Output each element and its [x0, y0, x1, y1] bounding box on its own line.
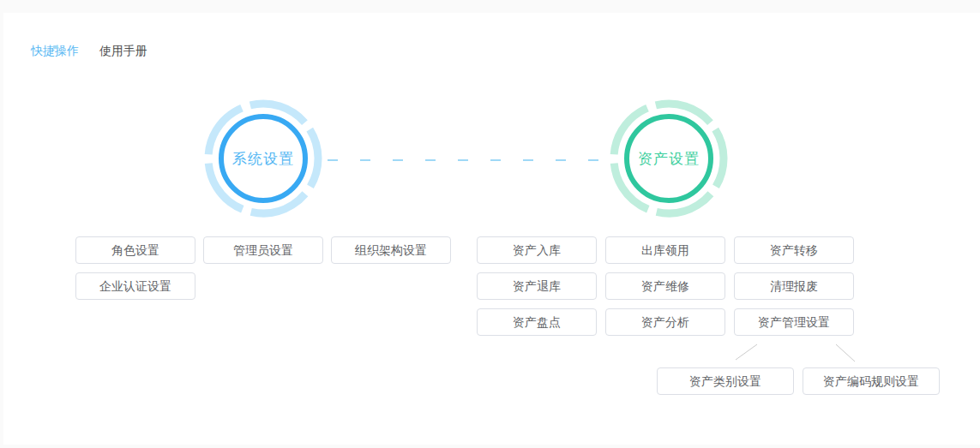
system-settings-label: 系统设置 — [202, 98, 324, 219]
asset-coding-rules-settings-button[interactable]: 资产编码规则设置 — [803, 367, 940, 395]
system-settings-node: 系统设置 — [202, 98, 324, 219]
sub-settings-connector-lines — [724, 338, 869, 368]
org-structure-settings-button[interactable]: 组织架构设置 — [331, 236, 451, 264]
asset-settings-label: 资产设置 — [608, 98, 730, 219]
tab-user-manual[interactable]: 使用手册 — [99, 41, 147, 60]
role-settings-button[interactable]: 角色设置 — [75, 236, 195, 264]
asset-settings-node: 资产设置 — [608, 98, 730, 219]
enterprise-certification-settings-button[interactable]: 企业认证设置 — [75, 272, 195, 300]
node-connector-dashed-line — [328, 159, 607, 161]
active-tab-indicator — [53, 45, 57, 49]
asset-management-settings-button[interactable]: 资产管理设置 — [734, 308, 854, 336]
tab-bar: 快捷操作使用手册 — [31, 41, 168, 62]
asset-inventory-button[interactable]: 资产盘点 — [477, 308, 597, 336]
asset-transfer-button[interactable]: 资产转移 — [734, 236, 854, 264]
outbound-requisition-button[interactable]: 出库领用 — [605, 236, 725, 264]
tab-quick-actions[interactable]: 快捷操作 — [31, 41, 79, 60]
asset-category-settings-button[interactable]: 资产类别设置 — [657, 367, 794, 395]
quick-actions-panel: 快捷操作使用手册 系统设置 资产设置 角色设置 管理员设置 组织架构设置 企业认… — [3, 13, 980, 445]
asset-analysis-button[interactable]: 资产分析 — [605, 308, 725, 336]
asset-return-button[interactable]: 资产退库 — [477, 272, 597, 300]
asset-repair-button[interactable]: 资产维修 — [605, 272, 725, 300]
cleanup-scrap-button[interactable]: 清理报废 — [734, 272, 854, 300]
admin-settings-button[interactable]: 管理员设置 — [203, 236, 323, 264]
asset-inbound-button[interactable]: 资产入库 — [477, 236, 597, 264]
